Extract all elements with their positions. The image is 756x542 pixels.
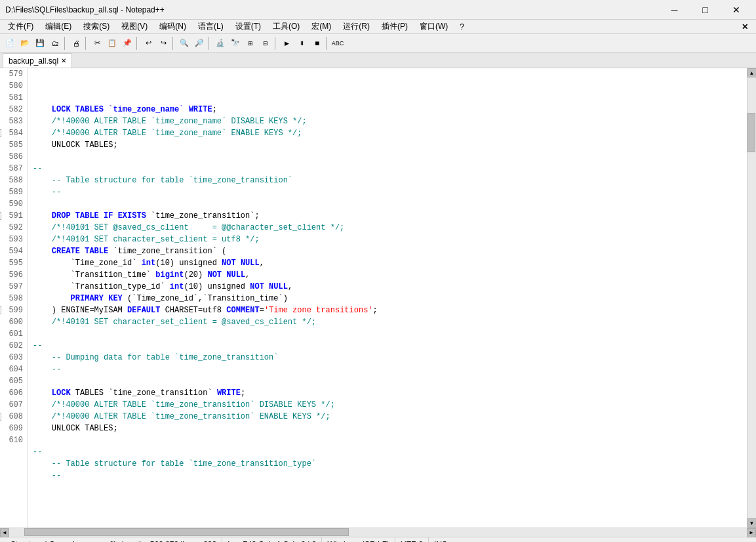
menu-tools[interactable]: 工具(O) bbox=[268, 20, 305, 33]
code-line bbox=[33, 151, 742, 163]
line-number: 593 bbox=[3, 234, 23, 245]
scroll-right-button[interactable]: ▶ bbox=[747, 528, 756, 537]
line-number: 590 bbox=[3, 198, 23, 210]
scroll-down-button[interactable]: ▼ bbox=[747, 518, 757, 528]
line-number: 586 bbox=[3, 151, 23, 163]
line-number: 598 bbox=[3, 293, 23, 304]
line-number: 602 bbox=[3, 340, 23, 352]
scroll-up-button[interactable]: ▲ bbox=[747, 68, 757, 77]
code-content[interactable]: LOCK TABLES `time_zone_name` WRITE; /*!4… bbox=[28, 68, 747, 528]
fold-button[interactable]: − bbox=[0, 129, 1, 137]
toolbar-redo[interactable]: ↪ bbox=[156, 36, 170, 51]
code-line: /*!40000 ALTER TABLE `time_zone_transiti… bbox=[33, 411, 742, 423]
code-line: `Time_zone_id` int(10) unsigned NOT NULL… bbox=[33, 257, 742, 269]
code-line: UNLOCK TABLES; bbox=[33, 423, 742, 434]
menu-macro[interactable]: 宏(M) bbox=[306, 20, 336, 33]
minimize-button[interactable]: ─ bbox=[660, 1, 689, 19]
code-line: UNLOCK TABLES; bbox=[33, 139, 742, 151]
toolbar-saveall[interactable]: 🗂 bbox=[48, 36, 62, 51]
code-line: ) ENGINE=MyISAM DEFAULT CHARSET=utf8 COM… bbox=[33, 304, 742, 316]
toolbar-open[interactable]: 📂 bbox=[18, 36, 32, 51]
line-number: −584 bbox=[3, 127, 23, 139]
toolbar-find[interactable]: 🔍 bbox=[177, 36, 191, 51]
code-line bbox=[33, 198, 742, 210]
status-encoding: UTF-8 bbox=[395, 537, 429, 542]
menu-plugins[interactable]: 插件(P) bbox=[376, 20, 413, 33]
status-position: Ln : 742 Col : 1 Sel : 0 | 0 bbox=[222, 537, 322, 542]
code-line: LOCK TABLES `time_zone_name` WRITE; bbox=[33, 104, 742, 115]
toolbar-b6[interactable]: ABC bbox=[330, 36, 345, 51]
close-button[interactable]: ✕ bbox=[721, 1, 751, 19]
toolbar-b4[interactable]: ⏸ bbox=[294, 36, 309, 51]
toolbar-copy[interactable]: 📋 bbox=[105, 36, 119, 51]
toolbar-b1[interactable]: ⊞ bbox=[243, 36, 258, 51]
menu-edit[interactable]: 编辑(E) bbox=[40, 20, 77, 33]
menu-language[interactable]: 语言(L) bbox=[193, 20, 229, 33]
line-number: 606 bbox=[3, 387, 23, 399]
code-line: -- bbox=[33, 163, 742, 175]
fold-button[interactable]: − bbox=[0, 212, 1, 220]
h-scroll-track[interactable] bbox=[9, 528, 747, 537]
menu-search[interactable]: 搜索(S) bbox=[78, 20, 115, 33]
line-number: 597 bbox=[3, 281, 23, 293]
scroll-thumb[interactable] bbox=[747, 113, 755, 152]
horizontal-scrollbar[interactable]: ◀ ▶ bbox=[0, 528, 756, 537]
code-line: /*!40101 SET character_set_client = @sav… bbox=[33, 316, 742, 328]
menu-settings[interactable]: 设置(T) bbox=[230, 20, 266, 33]
line-number: 601 bbox=[3, 328, 23, 340]
code-line: `Transition_time` bigint(20) NOT NULL, bbox=[33, 269, 742, 281]
menu-close-x[interactable]: ✕ bbox=[736, 21, 753, 33]
line-number: 603 bbox=[3, 352, 23, 364]
tab-backup-sql[interactable]: backup_all.sql ✕ bbox=[3, 53, 72, 68]
status-file-info: Structured Query Language file length : … bbox=[5, 537, 222, 542]
menu-help[interactable]: ? bbox=[454, 21, 469, 33]
maximize-button[interactable]: □ bbox=[690, 1, 720, 19]
code-line: -- bbox=[33, 364, 742, 375]
toolbar-b3[interactable]: ▶ bbox=[279, 36, 294, 51]
menu-file[interactable]: 文件(F) bbox=[3, 20, 39, 33]
fold-button[interactable]: − bbox=[0, 306, 1, 314]
toolbar-b5[interactable]: ⏹ bbox=[309, 36, 324, 51]
code-line: /*!40101 SET character_set_client = utf8… bbox=[33, 234, 742, 245]
toolbar-zoomin[interactable]: 🔬 bbox=[213, 36, 228, 51]
code-line: CREATE TABLE `time_zone_transition` ( bbox=[33, 245, 742, 257]
toolbar-save[interactable]: 💾 bbox=[33, 36, 47, 51]
vertical-scrollbar[interactable]: ▲ ▼ bbox=[747, 68, 756, 528]
line-number: 580 bbox=[3, 80, 23, 92]
toolbar-sep1 bbox=[64, 37, 67, 50]
code-area: 579580581582583−584585586587588589590−59… bbox=[0, 68, 756, 528]
toolbar-sep5 bbox=[209, 37, 211, 50]
code-lines: LOCK TABLES `time_zone_name` WRITE; /*!4… bbox=[28, 68, 747, 482]
title-text: D:\Files\SQLFiles\backup_all.sql - Notep… bbox=[5, 5, 660, 14]
line-number: 588 bbox=[3, 175, 23, 186]
menu-view[interactable]: 视图(V) bbox=[116, 20, 153, 33]
code-line: -- bbox=[33, 340, 742, 352]
tab-close-button[interactable]: ✕ bbox=[61, 57, 66, 64]
toolbar-findreplace[interactable]: 🔎 bbox=[192, 36, 207, 51]
title-bar: D:\Files\SQLFiles\backup_all.sql - Notep… bbox=[0, 0, 756, 20]
menu-run[interactable]: 运行(R) bbox=[338, 20, 375, 33]
line-number: 582 bbox=[3, 104, 23, 115]
menu-bar: 文件(F) 编辑(E) 搜索(S) 视图(V) 编码(N) 语言(L) 设置(T… bbox=[0, 20, 756, 34]
toolbar-print[interactable]: 🖨 bbox=[69, 36, 83, 51]
code-line: /*!40000 ALTER TABLE `time_zone_transiti… bbox=[33, 399, 742, 411]
scroll-left-button[interactable]: ◀ bbox=[0, 528, 9, 537]
scroll-track[interactable] bbox=[747, 77, 756, 518]
code-line: `Transition_type_id` int(10) unsigned NO… bbox=[33, 281, 742, 293]
window-controls: ─ □ ✕ bbox=[660, 1, 751, 19]
toolbar-b2[interactable]: ⊟ bbox=[258, 36, 273, 51]
toolbar-new[interactable]: 📄 bbox=[3, 36, 17, 51]
toolbar-undo[interactable]: ↩ bbox=[141, 36, 155, 51]
toolbar-sep3 bbox=[136, 37, 139, 50]
menu-encoding[interactable]: 编码(N) bbox=[154, 20, 191, 33]
status-ins: INS bbox=[429, 537, 452, 542]
toolbar-paste[interactable]: 📌 bbox=[120, 36, 134, 51]
fold-button[interactable]: − bbox=[0, 413, 1, 421]
toolbar: 📄 📂 💾 🗂 🖨 ✂ 📋 📌 ↩ ↪ 🔍 🔎 🔬 🔭 ⊞ ⊟ ▶ ⏸ ⏹ AB… bbox=[0, 34, 756, 52]
toolbar-cut[interactable]: ✂ bbox=[90, 36, 104, 51]
code-line: LOCK TABLES `time_zone_transition` WRITE… bbox=[33, 387, 742, 399]
toolbar-zoomout[interactable]: 🔭 bbox=[228, 36, 243, 51]
menu-window[interactable]: 窗口(W) bbox=[414, 20, 453, 33]
h-scroll-thumb[interactable] bbox=[24, 528, 349, 536]
line-number: 605 bbox=[3, 375, 23, 387]
